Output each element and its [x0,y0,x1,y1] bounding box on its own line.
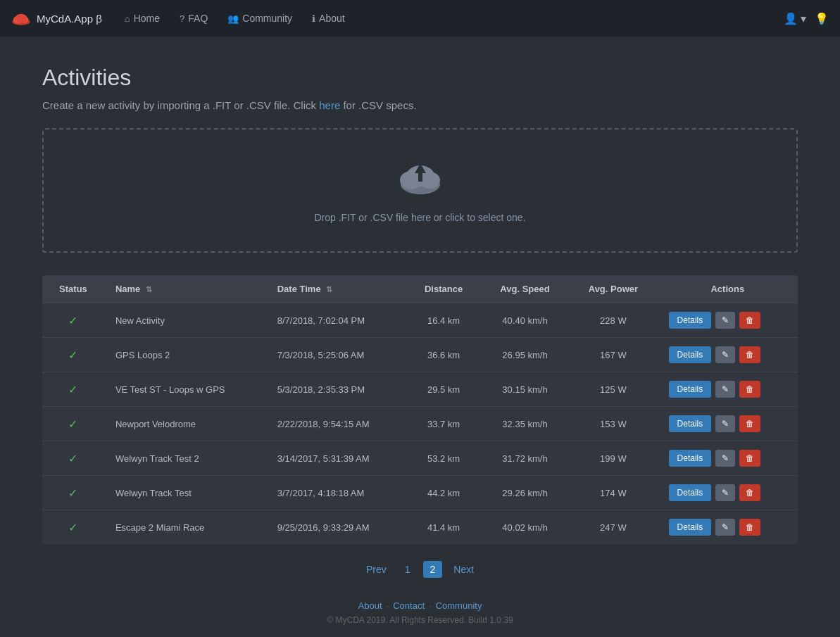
nav-faq[interactable]: ? FAQ [171,8,216,28]
footer-copyright: © MyCDA 2019. All Rights Reserved. Build… [42,615,798,625]
subtitle-pre: Create a new activity by importing a .FI… [42,99,316,111]
avg-speed-cell: 26.95 km/h [481,338,569,372]
edit-icon: ✎ [722,315,729,325]
brand-logo[interactable]: MyCdA.App β [11,8,102,28]
datetime-cell: 3/14/2017, 5:31:39 AM [266,441,407,476]
page-1-btn[interactable]: 1 [398,561,418,578]
edit-icon: ✎ [722,522,729,532]
table-row: ✓ Welwyn Track Test 3/7/2017, 4:18:18 AM… [42,476,798,510]
actions-cell: Details ✎ 🗑 [658,372,798,407]
check-icon: ✓ [68,487,77,499]
avg-power-cell: 125 W [569,372,657,407]
csv-specs-link[interactable]: here [319,99,340,111]
main-content: Activities Create a new activity by impo… [0,37,840,637]
navbar-left: MyCdA.App β ⌂ Home ? FAQ 👥 Community ℹ A… [11,8,353,28]
edit-icon: ✎ [722,488,729,498]
distance-cell: 41.4 km [406,510,481,545]
table-body: ✓ New Activity 8/7/2018, 7:02:04 PM 16.4… [42,303,798,545]
trash-icon: 🗑 [746,488,754,498]
status-cell: ✓ [42,303,104,338]
delete-button[interactable]: 🗑 [739,346,760,363]
col-status: Status [42,275,104,303]
edit-button[interactable]: ✎ [715,346,735,363]
footer-dot-1: · [387,600,389,611]
delete-button[interactable]: 🗑 [739,381,760,398]
avg-speed-cell: 29.26 km/h [481,476,569,510]
distance-cell: 53.2 km [406,441,481,476]
details-button[interactable]: Details [669,484,712,501]
pagination: Prev 1 2 Next [42,544,798,589]
edit-button[interactable]: ✎ [715,415,735,432]
actions-cell: Details ✎ 🗑 [658,303,798,338]
avg-speed-cell: 40.02 km/h [481,510,569,545]
table-row: ✓ GPS Loops 2 7/3/2018, 5:25:06 AM 36.6 … [42,338,798,372]
name-cell: Welwyn Track Test [104,476,266,510]
details-button[interactable]: Details [669,519,712,536]
check-icon: ✓ [68,349,77,361]
footer-dot-2: · [429,600,432,611]
footer-community[interactable]: Community [436,600,482,611]
trash-icon: 🗑 [746,384,754,394]
actions-cell: Details ✎ 🗑 [658,441,798,476]
user-icon[interactable]: 👤 ▾ [784,12,806,25]
details-button[interactable]: Details [669,346,712,363]
subtitle: Create a new activity by importing a .FI… [42,99,798,111]
prev-page[interactable]: Prev [361,561,392,578]
avg-power-cell: 167 W [569,338,657,372]
upload-zone[interactable]: Drop .FIT or .CSV file here or click to … [42,128,798,253]
delete-button[interactable]: 🗑 [739,312,760,329]
details-button[interactable]: Details [669,381,712,398]
upload-prompt: Drop .FIT or .CSV file here or click to … [58,212,782,223]
avg-power-cell: 174 W [569,476,657,510]
avg-power-cell: 247 W [569,510,657,545]
name-sort-icon: ⇅ [146,285,152,294]
next-page[interactable]: Next [448,561,479,578]
status-cell: ✓ [42,510,104,545]
status-cell: ✓ [42,338,104,372]
datetime-sort-icon: ⇅ [326,285,332,294]
details-button[interactable]: Details [669,415,712,432]
details-button[interactable]: Details [669,312,712,329]
nav-community[interactable]: 👥 Community [219,8,301,28]
datetime-cell: 9/25/2016, 9:33:29 AM [266,510,407,545]
col-actions: Actions [658,275,798,303]
svg-point-4 [15,15,26,23]
status-cell: ✓ [42,407,104,441]
footer-contact[interactable]: Contact [393,600,425,611]
name-cell: VE Test ST - Loops w GPS [104,372,266,407]
datetime-cell: 8/7/2018, 7:02:04 PM [266,303,407,338]
datetime-cell: 2/22/2018, 9:54:15 AM [266,407,407,441]
details-button[interactable]: Details [669,450,712,467]
faq-icon: ? [180,13,184,24]
delete-button[interactable]: 🗑 [739,450,760,467]
edit-button[interactable]: ✎ [715,381,735,398]
status-cell: ✓ [42,441,104,476]
edit-button[interactable]: ✎ [715,450,735,467]
name-cell: Escape 2 Miami Race [104,510,266,545]
edit-button[interactable]: ✎ [715,519,735,536]
datetime-cell: 5/3/2018, 2:35:33 PM [266,372,407,407]
edit-button[interactable]: ✎ [715,312,735,329]
check-icon: ✓ [68,453,77,465]
delete-button[interactable]: 🗑 [739,519,760,536]
distance-cell: 16.4 km [406,303,481,338]
subtitle-post: for .CSV specs. [343,99,416,111]
delete-button[interactable]: 🗑 [739,415,760,432]
delete-button[interactable]: 🗑 [739,484,760,501]
col-datetime[interactable]: Date Time ⇅ [266,275,407,303]
check-icon: ✓ [68,522,77,534]
brand-name: MyCdA.App β [37,13,102,25]
nav-about[interactable]: ℹ About [303,8,353,28]
nav-home[interactable]: ⌂ Home [116,8,168,28]
page-2-btn[interactable]: 2 [423,561,443,578]
col-name[interactable]: Name ⇅ [104,275,266,303]
activity-table: Status Name ⇅ Date Time ⇅ Distance Avg. … [42,275,798,544]
edit-icon: ✎ [722,453,729,463]
actions-cell: Details ✎ 🗑 [658,338,798,372]
trash-icon: 🗑 [746,315,754,325]
bell-icon[interactable]: 💡 [815,12,829,25]
edit-button[interactable]: ✎ [715,484,735,501]
actions-cell: Details ✎ 🗑 [658,407,798,441]
navbar-right: 👤 ▾ 💡 [784,12,829,25]
footer-about[interactable]: About [358,600,382,611]
